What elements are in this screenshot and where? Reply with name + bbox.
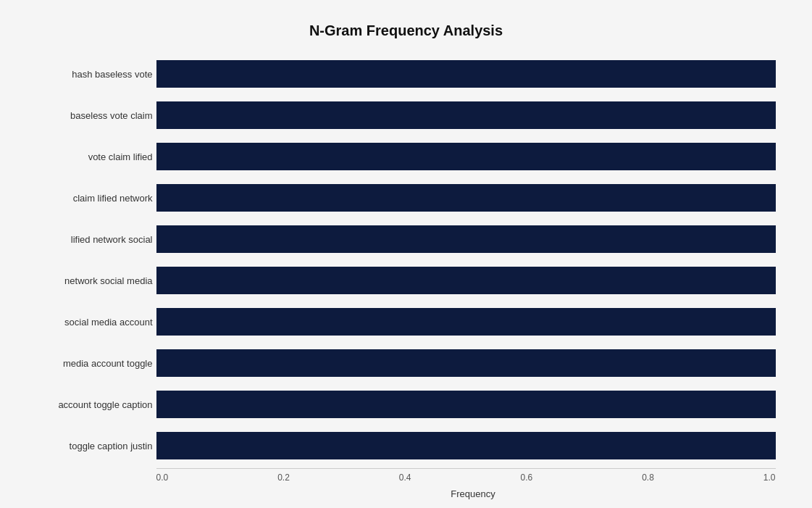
bar-row: media account toggle [156, 343, 776, 384]
bar-row: baseless vote claim [156, 95, 776, 136]
bar-label: hash baseless vote [22, 69, 153, 80]
x-tick: 0.6 [520, 472, 532, 483]
bar-label: claim lified network [22, 193, 153, 204]
bar-wrapper [156, 391, 776, 418]
bar-wrapper [156, 184, 776, 212]
x-tick: 1.0 [763, 472, 776, 483]
bar-row: social media account [156, 301, 776, 343]
x-tick: 0.2 [277, 472, 290, 483]
chart-title: N-Gram Frequency Analysis [22, 22, 790, 39]
x-axis: 0.00.20.40.60.81.0 [156, 468, 776, 483]
bar [156, 60, 776, 88]
bar [156, 308, 776, 336]
bar-row: network social media [156, 260, 776, 301]
bar [156, 349, 776, 377]
bar-label: lified network social [22, 234, 153, 245]
bar [156, 101, 776, 129]
bar-wrapper [156, 101, 776, 129]
bar-row: toggle caption justin [156, 425, 776, 467]
chart-area: hash baseless votebaseless vote claimvot… [156, 54, 776, 467]
x-tick: 0.0 [156, 472, 169, 483]
bar-wrapper [156, 432, 776, 459]
bar [156, 267, 776, 294]
bar [156, 225, 776, 253]
x-tick: 0.4 [399, 472, 411, 483]
bar [156, 184, 776, 212]
bar-label: media account toggle [22, 358, 153, 369]
bar-label: social media account [22, 317, 153, 328]
bar-row: hash baseless vote [156, 54, 776, 95]
bar-wrapper [156, 308, 776, 336]
bar-label: network social media [22, 275, 153, 286]
bar-wrapper [156, 60, 776, 88]
bar [156, 391, 776, 418]
bar [156, 143, 776, 170]
bar-label: baseless vote claim [22, 110, 153, 121]
x-axis-label: Frequency [156, 488, 790, 499]
bar-wrapper [156, 267, 776, 294]
bar-label: account toggle caption [22, 399, 153, 410]
bar-row: claim lified network [156, 178, 776, 219]
x-ticks: 0.00.20.40.60.81.0 [156, 469, 776, 483]
bar [156, 432, 776, 459]
x-tick: 0.8 [642, 472, 654, 483]
bar-label: toggle caption justin [22, 441, 153, 451]
bar-wrapper [156, 225, 776, 253]
bar-row: lified network social [156, 219, 776, 260]
bar-wrapper [156, 349, 776, 377]
bar-wrapper [156, 143, 776, 170]
bar-row: vote claim lified [156, 136, 776, 178]
bar-row: account toggle caption [156, 384, 776, 425]
chart-container: N-Gram Frequency Analysis hash baseless … [8, 8, 805, 501]
bar-label: vote claim lified [22, 151, 153, 162]
